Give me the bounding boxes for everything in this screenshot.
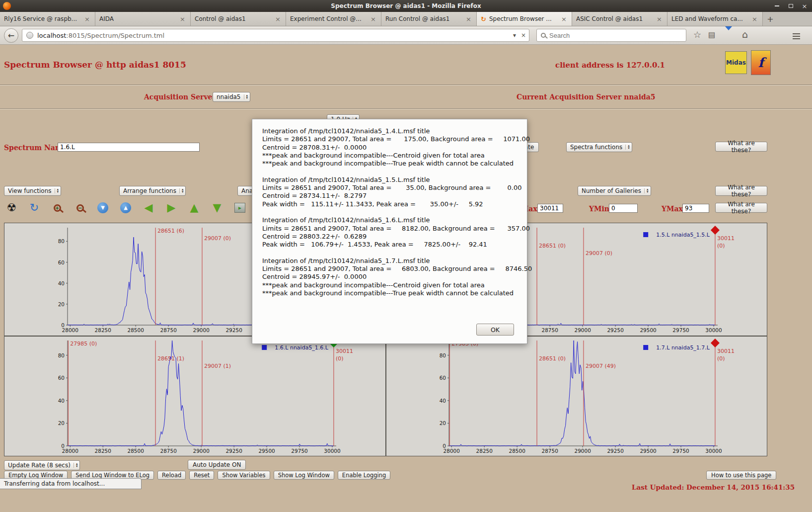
bookmarks-icon[interactable]: ▤	[708, 30, 715, 39]
new-tab-button[interactable]: +	[763, 12, 778, 26]
tab-close-icon[interactable]: ×	[369, 15, 377, 23]
last-updated: Last Updated: December 14, 2015 16:41:35	[632, 483, 795, 491]
globe-icon	[26, 32, 33, 39]
svg-text:30000: 30000	[324, 448, 340, 454]
tab-spectrum-browser[interactable]: ↻Spectrum Browser ...×	[477, 12, 572, 26]
number-of-galleries-select[interactable]: Number of Galleries ▴▾	[578, 186, 651, 196]
svg-text:29000: 29000	[574, 327, 591, 333]
tab-close-icon[interactable]: ×	[179, 15, 186, 23]
bookmark-star-icon[interactable]: ☆	[693, 29, 701, 40]
spinner-arrows-icon: ▴▾	[55, 188, 59, 193]
svg-text:30011: 30011	[335, 348, 353, 354]
footer-show-log-window[interactable]: Show Log Window	[274, 471, 334, 480]
update-rate-select[interactable]: Update Rate (8 secs) ▴▾	[4, 460, 80, 470]
dialog-text: Integration of /tmp/tcl10142/nnaida5_1.4…	[252, 119, 527, 297]
spectrum-name-input[interactable]	[58, 143, 200, 152]
tab-label: LED and Waveform ca...	[671, 15, 748, 22]
home-icon[interactable]: ⌂	[742, 29, 748, 40]
svg-text:29007 (1): 29007 (1)	[204, 363, 231, 369]
svg-text:28250: 28250	[94, 448, 111, 454]
pan-right-icon[interactable]: ▶	[165, 201, 178, 215]
svg-text:28000: 28000	[62, 448, 78, 454]
spectrum-plot-1-7-L[interactable]: 0204060802800028250285002875029000292502…	[386, 336, 767, 456]
acquisition-server-select[interactable]: nnaida5 ▴▾	[213, 92, 250, 102]
tab-strip: Rly16 Service @ raspb...×AIDA×Control @ …	[0, 12, 812, 26]
url-clear-icon[interactable]: ×	[521, 32, 526, 39]
status-bar: Transferring data from localhost...	[0, 478, 142, 489]
maximize-button[interactable]	[787, 2, 794, 9]
tab-close-icon[interactable]: ×	[751, 15, 758, 23]
tab-label: Spectrum Browser ...	[489, 15, 557, 22]
svg-text:40: 40	[440, 398, 446, 404]
url-host: localhost	[37, 32, 66, 39]
tab-close-icon[interactable]: ×	[274, 15, 282, 23]
auto-update-button[interactable]: Auto Update ON	[188, 460, 246, 470]
tab-run-control-aidas1[interactable]: Run Control @ aidas1×	[381, 12, 477, 26]
tab-close-icon[interactable]: ×	[83, 15, 91, 23]
ymax-label: YMax	[662, 205, 683, 213]
svg-text:20: 20	[58, 301, 64, 307]
fit-display-icon[interactable]: ▸	[233, 201, 246, 215]
tab-aida[interactable]: AIDA×	[95, 12, 191, 26]
pan-down-icon[interactable]: ▼	[211, 201, 223, 215]
svg-text:28500: 28500	[127, 448, 144, 454]
what-are-these-button-2[interactable]: What are these?	[715, 186, 767, 196]
search-input[interactable]	[549, 32, 683, 39]
tab-led-and-waveform-ca[interactable]: LED and Waveform ca...×	[667, 12, 763, 26]
tab-close-icon[interactable]: ×	[465, 15, 472, 23]
url-path: :8015/Spectrum/Spectrum.tml	[66, 32, 513, 39]
svg-text:28750: 28750	[541, 448, 558, 454]
spinner-arrows-icon: ▴▾	[179, 188, 184, 193]
tab-close-icon[interactable]: ×	[560, 15, 568, 23]
midas-logo: Midas	[725, 51, 747, 74]
tab-asic-control-aidas1[interactable]: ASIC Control @ aidas1×	[572, 12, 667, 26]
scroll-down-icon[interactable]: ▼	[96, 201, 109, 215]
zoom-out-icon[interactable]: −	[74, 201, 86, 215]
spectrum-plot-1-6-L[interactable]: 0204060802800028250285002875029000292502…	[4, 336, 386, 456]
svg-text:28750: 28750	[160, 327, 176, 333]
svg-text:20: 20	[440, 420, 446, 426]
tab-experiment-control[interactable]: Experiment Control @...×	[286, 12, 381, 26]
tab-rly16-service-raspb[interactable]: Rly16 Service @ raspb...×	[0, 12, 95, 26]
svg-text:28250: 28250	[476, 448, 493, 454]
ymax-input[interactable]	[682, 204, 709, 213]
svg-text:29007 (0): 29007 (0)	[586, 250, 612, 256]
how-to-use-button[interactable]: How to use this page	[706, 471, 776, 480]
pan-left-icon[interactable]: ◀	[142, 201, 155, 215]
view-functions-select[interactable]: View functions ▴▾	[4, 186, 61, 196]
arrange-functions-select[interactable]: Arrange functions ▴▾	[119, 186, 186, 196]
tab-close-icon[interactable]: ×	[656, 15, 663, 23]
svg-text:28750: 28750	[160, 448, 176, 454]
footer-reload[interactable]: Reload	[157, 471, 186, 480]
scroll-up-icon[interactable]: ▲	[119, 201, 132, 215]
spectra-functions-select[interactable]: Spectra functions ▴▾	[566, 142, 632, 152]
footer-enable-logging[interactable]: Enable Logging	[338, 471, 390, 480]
url-bar[interactable]: localhost :8015/Spectrum/Spectrum.tml ▾ …	[22, 29, 529, 42]
tab-loading-icon: ↻	[481, 15, 486, 23]
menu-icon[interactable]	[793, 32, 800, 41]
minimize-button[interactable]	[773, 2, 780, 9]
search-icon	[541, 33, 546, 38]
close-button[interactable]: ×	[801, 2, 808, 9]
what-are-these-button-3[interactable]: What are these?	[715, 203, 767, 213]
xmax-input[interactable]	[537, 204, 563, 213]
ymin-input[interactable]	[609, 204, 638, 213]
ok-button[interactable]: OK	[476, 324, 514, 336]
what-are-these-button-1[interactable]: What are these?	[715, 142, 767, 152]
tab-control-aidas1[interactable]: Control @ aidas1×	[191, 12, 286, 26]
footer-reset[interactable]: Reset	[189, 471, 214, 480]
tab-label: Control @ aidas1	[195, 15, 271, 22]
footer-show-variables[interactable]: Show Variables	[218, 471, 270, 480]
window-title: Spectrum Browser @ aidas1 - Mozilla Fire…	[0, 2, 812, 9]
zoom-in-icon[interactable]: +	[51, 201, 64, 215]
integration-dialog: Integration of /tmp/tcl10142/nnaida5_1.4…	[252, 119, 527, 344]
pan-up-icon[interactable]: ▲	[188, 201, 201, 215]
url-dropdown-icon[interactable]: ▾	[513, 32, 516, 39]
back-button[interactable]: ←	[4, 28, 18, 43]
refresh-icon[interactable]: ↻	[28, 201, 41, 215]
radiation-icon[interactable]: ☢	[5, 201, 18, 215]
svg-text:29250: 29250	[225, 448, 242, 454]
downloads-icon[interactable]	[725, 30, 732, 40]
search-box[interactable]	[536, 29, 686, 42]
client-address: client address is 127.0.0.1	[555, 61, 665, 70]
